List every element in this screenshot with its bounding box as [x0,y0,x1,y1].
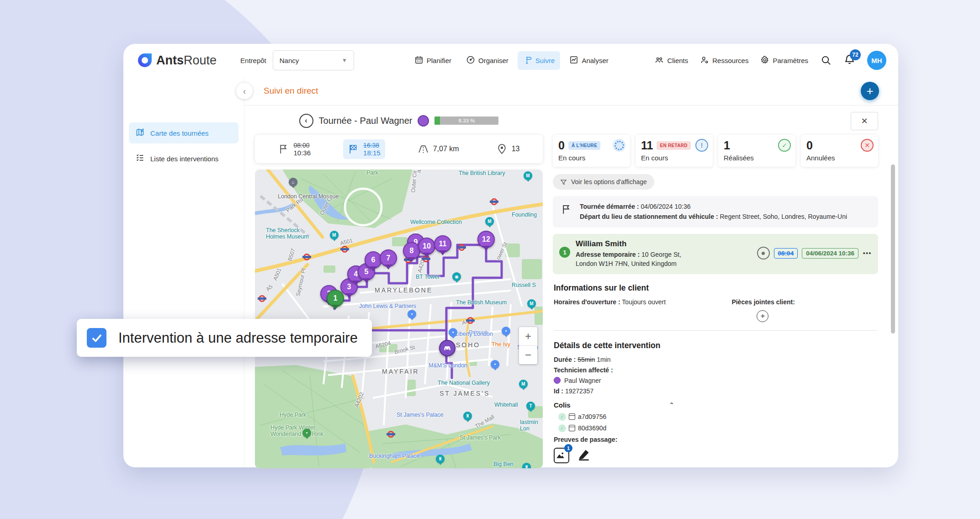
stat-stop-count: 13 [492,141,524,157]
stop-marker-6[interactable]: 6 [365,251,382,269]
zoom-out-button[interactable]: − [519,346,537,364]
sidebar-item-checklist[interactable]: Liste des interventions [129,148,238,169]
client-info-section: Informations sur le client Horaires d'ou… [553,274,878,332]
stop-marker-1[interactable]: 1 [327,290,344,307]
proofs-row: 1 [554,448,877,464]
more-options-icon[interactable]: ⋯ [863,248,872,259]
customer-name: William Smith [576,239,681,249]
status-label: En cours [558,154,625,162]
main-area: ‹ Suivi en direct + ‹ Tournée - Paul Wag… [244,77,898,467]
map-label: Park [366,169,378,176]
duration-line: Durée : 55min 1min [554,356,877,363]
museum-pin-icon: M [485,217,494,226]
add-attachment-button[interactable]: + [757,310,768,322]
back-to-routes-button[interactable]: ‹ [299,114,313,128]
status-card-r-alis-es[interactable]: 1Réalisées✓ [718,135,795,167]
package-check-icon: ✓ [558,424,566,432]
checklist-icon [135,153,145,164]
customer-address: Adresse temporaire : 10 George St, Londo… [576,250,681,268]
route-started-label: Tournée démarrée : [580,203,639,210]
status-count: 11 [641,139,653,152]
photo-proof-icon[interactable]: 1 [554,448,569,463]
status-card-en-retard[interactable]: 11EN RETARDEn cours! [636,135,713,167]
status-label: Annulées [806,154,873,162]
sidebar-item-map[interactable]: Carte des tournées [129,122,238,143]
technician-label: Technicien affecté : [554,366,877,374]
packages-header: Colis ⌃ [554,401,877,409]
nav-item-clients[interactable]: Clients [655,55,688,66]
status-count: 0 [806,139,813,152]
antsroute-logo-icon [137,53,153,68]
underground-roundel-icon [259,295,265,302]
display-options-button[interactable]: Voir les options d'affichage [553,174,654,190]
antsroute-logo[interactable]: AntsRoute [137,53,217,68]
filter-icon [560,179,567,185]
page-title: Suivi en direct [264,86,318,96]
panel-scrollbar[interactable] [891,164,895,334]
package-icon [569,413,575,420]
signature-proof-icon[interactable] [577,448,591,464]
main-nav: PlanifierOrganiserSuivreAnalyser [409,51,614,70]
nav-item-organiser[interactable]: Organiser [461,51,514,70]
stop-marker-10[interactable]: 10 [418,238,435,255]
planned-time-chip: 08:04 [774,248,798,259]
gear-icon [760,55,769,66]
status-card-annul-es[interactable]: 0Annulées✕ [801,135,878,167]
stop-number-badge: 1 [559,247,570,258]
zoom-in-button[interactable]: + [519,327,537,345]
status-count: 0 [558,139,565,152]
avatar[interactable]: MH [867,51,886,70]
status-badge: EN RETARD [657,141,690,150]
nav-item-planifier[interactable]: Planifier [409,51,457,70]
stop-marker-11[interactable]: 11 [434,235,451,253]
collapse-sidebar-button[interactable]: ‹ [236,83,253,99]
notifications-bell[interactable]: 72 [844,54,855,67]
museum-pin-icon: M [527,299,536,308]
warehouse-select[interactable]: Nancy ▼ [273,50,354,70]
package-item[interactable]: ✓80d3690d [558,424,877,432]
add-button[interactable]: + [861,82,879,100]
chevron-down-icon: ▼ [342,57,347,64]
map-label: Hyde Park Winter Wonderland Ice Rink [270,424,323,438]
feature-callout: Intervention à une adresse temporaire [77,319,372,357]
app-window: AntsRoute Entrepôt Nancy ▼ PlanifierOrga… [123,44,898,467]
route-started-card: Tournée démarrée : 04/06/2024 10:36 Dépa… [553,196,878,228]
shopping-pin-icon: • [449,328,457,337]
map-label: St James's Park [460,434,501,441]
search-icon[interactable] [820,54,832,66]
nav-item-paramètres[interactable]: Paramètres [760,55,808,66]
locate-stop-icon[interactable] [757,247,770,260]
vehicle-position-marker[interactable] [439,340,456,356]
page-header: ‹ Suivi en direct + [244,77,898,106]
ice-rink-pin-icon: • [302,429,311,437]
map-label: Hyde Park [280,412,306,418]
finish-flag-icon [348,143,359,155]
status-label: Réalisées [724,154,790,162]
intervention-card[interactable]: 1 William Smith Adresse temporaire : 10 … [553,234,878,274]
map-zoom-control: + − [519,327,537,364]
route-title-row: ‹ Tournée - Paul Wagner 8.33 % [255,110,543,131]
stop-marker-7[interactable]: 7 [380,249,397,267]
museum-pin-icon: M [524,171,532,180]
check-circle-icon: ✓ [778,139,791,152]
nav-item-suivre[interactable]: Suivre [518,51,561,70]
monument-pin-icon: T [526,402,535,410]
nav-item-analyser[interactable]: Analyser [564,51,614,70]
map-label: MAYFAIR [382,368,419,375]
nav-item-ressources[interactable]: Ressources [700,55,748,66]
collapse-packages-icon[interactable]: ⌃ [669,401,675,409]
checked-checkbox[interactable] [87,328,106,348]
route-progressbar: 8.33 % [434,117,498,125]
status-card--l-heure[interactable]: 0À L'HEUREEn cours [553,135,630,167]
opening-hours: Horaires d'ouverture : Toujours ouvert [554,298,731,322]
close-panel-button[interactable]: ✕ [851,112,878,130]
intervention-panel: ✕ 0À L'HEUREEn cours11EN RETARDEn cours!… [553,110,878,468]
underground-roundel-icon [341,246,348,253]
route-title: Tournée - Paul Wagner [319,116,413,126]
technician-name: Paul Wagner [564,377,601,384]
underground-roundel-icon [458,244,465,251]
package-item[interactable]: ✓a7d09756 [558,413,877,421]
notification-count-badge: 72 [850,49,861,60]
people-icon [655,55,664,66]
stop-marker-12[interactable]: 12 [477,231,495,248]
